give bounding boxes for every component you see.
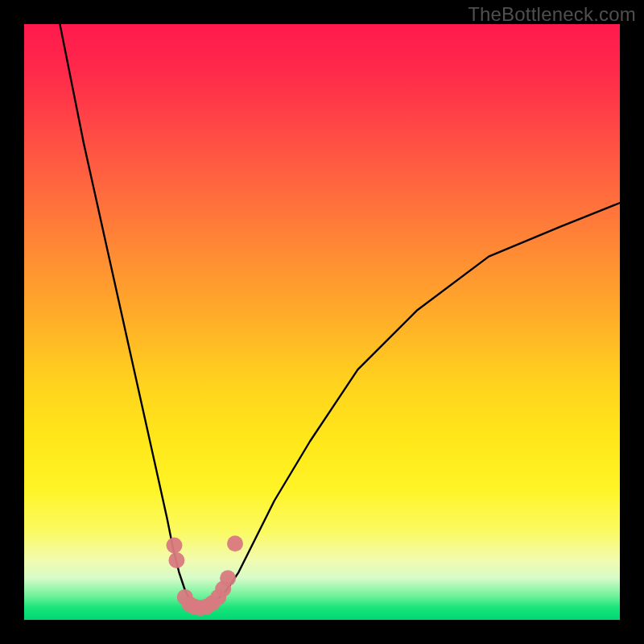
svg-point-11 — [227, 535, 243, 551]
chart-svg — [24, 24, 620, 620]
svg-point-0 — [167, 538, 183, 554]
watermark-text: TheBottleneck.com — [468, 3, 636, 26]
bottleneck-curve — [60, 24, 620, 608]
highlighted-points — [167, 535, 244, 616]
plot-area — [24, 24, 620, 620]
svg-point-10 — [220, 570, 236, 586]
chart-frame: TheBottleneck.com — [0, 0, 644, 644]
svg-point-1 — [168, 552, 184, 568]
